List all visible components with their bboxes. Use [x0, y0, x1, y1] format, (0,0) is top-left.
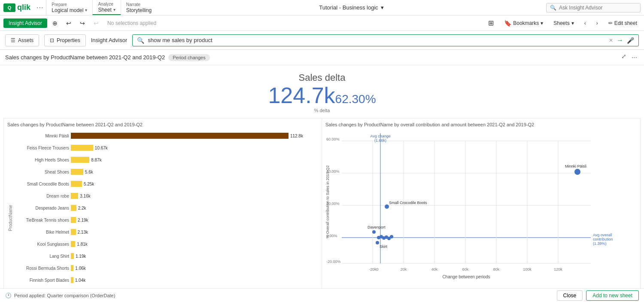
scatter-dot[interactable]: [376, 241, 379, 244]
bookmarks-dropdown: ▾: [541, 20, 543, 26]
bar-fill: [71, 193, 78, 199]
prev-sheet-btn[interactable]: ‹: [581, 18, 589, 28]
kpi-value: 124.7k: [268, 83, 335, 108]
ia-title: Insight Advisor: [91, 37, 128, 43]
bar-bar-area: 2.19k: [71, 216, 318, 224]
ia-search-box[interactable]: 🔍 ✕ → 🎤: [132, 34, 639, 46]
analyze-dropdown-icon: ▾: [113, 7, 115, 12]
bar-bar-area: 1.81k: [71, 240, 318, 248]
top-search-input[interactable]: [559, 5, 637, 11]
bar-label: Rossi Bermuda Shorts: [13, 266, 69, 271]
nav-analyze[interactable]: Analyze Sheet ▾: [92, 0, 120, 15]
bar-rows: Minnki Päisli 112.8k Feiss Fleece Trouse…: [13, 130, 318, 288]
top-search-box[interactable]: 🔍: [546, 3, 641, 12]
scatter-dot[interactable]: [390, 235, 393, 238]
next-sheet-btn[interactable]: ›: [593, 18, 601, 28]
add-to-new-sheet-button[interactable]: Add to new sheet: [586, 290, 639, 301]
more-menu-btn[interactable]: ···: [34, 0, 46, 15]
bar-row: Dream robe 3.16k: [13, 190, 318, 202]
prev-sheet-icon: ‹: [584, 20, 586, 26]
ia-mic-btn[interactable]: 🎤: [627, 37, 634, 44]
bar-label: Finnish Sport Blades: [13, 278, 69, 283]
bar-row: Small Crocodile Boots 5.25k: [13, 178, 318, 190]
bar-fill: [71, 133, 289, 139]
bar-label: Minnki Päisli: [13, 134, 69, 138]
chart-title-bar: Sales changes by ProductName between 202…: [0, 50, 644, 65]
bar-fill: [71, 253, 74, 259]
insight-advisor-btn[interactable]: Insight Advisor: [3, 18, 47, 28]
bar-row: Bike Helmet 2.13k: [13, 226, 318, 238]
expand-chart-btn[interactable]: ⤢: [621, 53, 626, 62]
footer: 🕐 Period applied: Quarter comparison (Or…: [0, 288, 644, 302]
smart-search-icon: ⊕: [52, 20, 58, 27]
svg-text:Skirt: Skirt: [380, 244, 387, 249]
bar-label: Dream robe: [13, 194, 69, 198]
svg-text:0: 0: [376, 267, 378, 271]
bar-value: 1.81k: [77, 242, 87, 247]
grid-icon: ⊞: [488, 19, 494, 27]
nav-narrate-title: Narrate: [126, 2, 152, 7]
bar-row: TieBreak Tennis shoes 2.19k: [13, 214, 318, 226]
bar-label: Lang Shirt: [13, 254, 69, 259]
bar-label: Kool Sunglasses: [13, 242, 69, 247]
nav-analyze-title: Analyze: [98, 2, 115, 7]
bar-fill: [71, 145, 93, 151]
close-button[interactable]: Close: [557, 290, 583, 301]
bar-row: Feiss Fleece Trousers 10.67k: [13, 142, 318, 154]
footer-right: Close Add to new sheet: [557, 290, 639, 301]
qlik-logo-mark: Q: [3, 3, 15, 12]
svg-text:60k: 60k: [462, 267, 469, 271]
ia-clear-btn[interactable]: ✕: [609, 37, 613, 43]
app-title[interactable]: Tutorial - Business logic ▾: [319, 4, 384, 11]
grid-btn[interactable]: ⊞: [485, 17, 497, 29]
bookmarks-btn[interactable]: 🔖 Bookmarks ▾: [501, 18, 547, 28]
kpi-title: Sales delta: [0, 72, 644, 83]
assets-icon: ☰: [11, 37, 15, 43]
bar-bar-area: 1.06k: [71, 264, 318, 272]
left-chart-y-label: ProductName: [7, 130, 13, 288]
svg-text:Avg overall: Avg overall: [593, 233, 612, 237]
undo-btn[interactable]: ↩: [90, 18, 102, 28]
nav-narrate-sub: Storytelling: [126, 7, 152, 13]
svg-text:40k: 40k: [431, 267, 438, 271]
prepare-dropdown-icon: ▾: [85, 8, 87, 12]
back-btn[interactable]: ↩: [63, 18, 75, 28]
forward-btn[interactable]: ↪: [76, 18, 88, 28]
bar-row: High Heels Shoes 8.87k: [13, 154, 318, 166]
properties-tab[interactable]: ⊡ Properties: [44, 34, 86, 46]
kpi-percent: 62.30%: [335, 92, 376, 106]
bar-row: Sheat Shoes 5.6k: [13, 166, 318, 178]
left-chart-subtitle: Sales changes by ProductName between 202…: [7, 122, 318, 127]
svg-text:-20k: -20k: [369, 267, 377, 271]
bar-fill: [71, 277, 73, 283]
edit-sheet-btn[interactable]: ✏ Edit sheet: [605, 18, 641, 28]
search-icon: 🔍: [550, 5, 556, 11]
scatter-dot[interactable]: [574, 169, 580, 175]
left-chart: Sales changes by ProductName between 202…: [3, 118, 322, 288]
assets-tab[interactable]: ☰ Assets: [5, 34, 39, 46]
right-chart: Sales changes by ProductName by overall …: [322, 118, 641, 288]
scatter-container: 60.00% 40.00% 20.00% 0.00% -20.00%: [325, 130, 637, 288]
bar-fill: [71, 181, 82, 187]
nav-prepare-sub: Logical model ▾: [52, 7, 87, 13]
right-chart-subtitle: Sales changes by ProductName by overall …: [325, 122, 637, 127]
ia-submit-btn[interactable]: →: [617, 37, 623, 44]
ia-search-icon: 🔍: [137, 37, 144, 44]
sheets-btn[interactable]: Sheets ▾: [550, 18, 577, 28]
ia-search-input[interactable]: [148, 37, 605, 43]
bar-fill: [71, 169, 83, 175]
period-badge: Period changes: [168, 54, 210, 61]
smart-search-btn[interactable]: ⊕: [49, 18, 61, 28]
bar-value: 2.19k: [78, 218, 88, 223]
qlik-logo[interactable]: Q qlik: [3, 3, 30, 12]
right-nav: 🔍: [546, 3, 641, 12]
qlik-text: qlik: [17, 3, 30, 12]
svg-text:% Overall contribution to Sale: % Overall contribution to Sales in 2019-…: [325, 165, 330, 238]
nav-narrate[interactable]: Narrate Storytelling: [121, 0, 157, 15]
nav-prepare[interactable]: Prepare Logical model ▾: [46, 0, 92, 15]
bar-label: Desperado Jeans: [13, 206, 69, 210]
bar-label: High Heels Shoes: [13, 158, 69, 162]
scatter-dot[interactable]: [385, 204, 389, 209]
chart-more-btn[interactable]: ···: [630, 53, 639, 62]
scatter-dot[interactable]: [372, 230, 376, 234]
